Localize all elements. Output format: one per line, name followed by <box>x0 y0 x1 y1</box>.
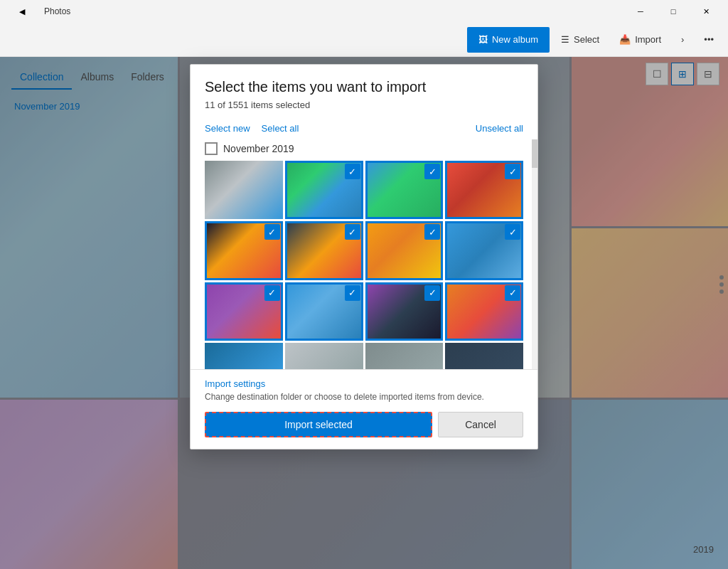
photo-cell-1[interactable] <box>205 161 283 219</box>
photo-cell-12[interactable]: ✓ <box>445 282 523 341</box>
minimize-button[interactable]: ─ <box>624 0 657 23</box>
minimize-icon: ─ <box>638 7 643 16</box>
import-settings-section: Import settings Change destination folde… <box>191 369 537 405</box>
check-badge-9: ✓ <box>264 285 280 301</box>
photo-inner-1 <box>205 161 283 219</box>
chevron-button[interactable]: › <box>673 27 692 53</box>
check-badge-6: ✓ <box>345 224 360 240</box>
photo-cell-9[interactable]: ✓ <box>205 282 283 341</box>
title-bar: ◀ Photos ─ □ ✕ <box>0 0 728 23</box>
partial-row <box>191 341 537 369</box>
partial-photo-1 <box>205 343 283 369</box>
dialog-scrollbar[interactable] <box>532 139 537 369</box>
check-badge-10: ✓ <box>345 285 360 301</box>
back-icon: ◀ <box>19 7 25 16</box>
select-icon: ☰ <box>561 34 569 45</box>
photo-cell-2[interactable]: ✓ <box>285 161 363 219</box>
more-icon: ••• <box>704 34 714 45</box>
chevron-right-icon: › <box>681 34 684 45</box>
import-settings-link[interactable]: Import settings <box>205 378 265 389</box>
photo-cell-10[interactable]: ✓ <box>285 282 363 341</box>
check-badge-2: ✓ <box>345 164 360 179</box>
new-album-icon: 🖼 <box>478 34 488 45</box>
dialog-scrollbar-thumb[interactable] <box>532 139 537 168</box>
window-controls: ─ □ ✕ <box>624 0 722 23</box>
toolbar: 🖼 New album ☰ Select 📥 Import › ••• <box>0 23 728 57</box>
maximize-button[interactable]: □ <box>657 0 690 23</box>
new-album-label: New album <box>492 34 538 45</box>
month-checkbox-row: November 2019 <box>191 139 537 161</box>
check-badge-5: ✓ <box>264 224 280 240</box>
dialog-title: Select the items you want to import <box>205 79 523 95</box>
partial-photo-4 <box>445 343 523 369</box>
import-selected-button[interactable]: Import selected <box>205 412 432 437</box>
import-button[interactable]: 📥 Import <box>611 27 670 53</box>
select-label: Select <box>574 34 599 45</box>
close-button[interactable]: ✕ <box>690 0 722 23</box>
partial-photo-3 <box>365 343 444 369</box>
dialog-footer: Import selected Cancel <box>191 405 537 449</box>
check-badge-8: ✓ <box>505 224 520 240</box>
modal-overlay: Select the items you want to import 11 o… <box>0 57 728 569</box>
app-title: Photos <box>44 6 70 16</box>
title-bar-left: ◀ Photos <box>6 0 70 23</box>
month-label: November 2019 <box>223 143 294 154</box>
select-button[interactable]: ☰ Select <box>552 27 608 53</box>
dialog-actions-left: Select new Select all <box>205 123 299 134</box>
check-badge-12: ✓ <box>505 285 520 301</box>
photo-grid: ✓✓✓✓✓✓✓✓✓✓✓ <box>191 161 537 341</box>
import-label: Import <box>635 34 661 45</box>
month-checkbox[interactable] <box>205 142 218 155</box>
photo-cell-8[interactable]: ✓ <box>445 221 523 280</box>
check-badge-11: ✓ <box>424 285 440 301</box>
photo-cell-5[interactable]: ✓ <box>205 221 283 280</box>
check-badge-7: ✓ <box>424 224 440 240</box>
check-badge-4: ✓ <box>505 164 520 179</box>
dialog-subtitle: 11 of 1551 items selected <box>205 100 523 110</box>
more-button[interactable]: ••• <box>695 27 722 53</box>
photo-cell-4[interactable]: ✓ <box>445 161 523 219</box>
photo-cell-3[interactable]: ✓ <box>365 161 444 219</box>
close-icon: ✕ <box>703 7 710 16</box>
photo-cell-11[interactable]: ✓ <box>365 282 444 341</box>
dialog-scroll-container[interactable]: November 2019 ✓✓✓✓✓✓✓✓✓✓✓ <box>191 139 537 369</box>
select-new-link[interactable]: Select new <box>205 123 250 134</box>
import-icon: 📥 <box>619 34 631 45</box>
import-dialog: Select the items you want to import 11 o… <box>190 64 538 450</box>
unselect-all-link[interactable]: Unselect all <box>476 123 523 134</box>
select-all-link[interactable]: Select all <box>262 123 299 134</box>
dialog-actions-row: Select new Select all Unselect all <box>191 123 537 139</box>
new-album-button[interactable]: 🖼 New album <box>467 27 550 53</box>
photo-cell-6[interactable]: ✓ <box>285 221 363 280</box>
dialog-header: Select the items you want to import 11 o… <box>191 65 537 123</box>
photo-cell-7[interactable]: ✓ <box>365 221 444 280</box>
partial-photo-2 <box>285 343 363 369</box>
back-button[interactable]: ◀ <box>6 0 38 23</box>
cancel-button[interactable]: Cancel <box>438 412 523 437</box>
maximize-icon: □ <box>671 7 676 16</box>
import-settings-desc: Change destination folder or choose to d… <box>205 392 523 402</box>
check-badge-3: ✓ <box>424 164 440 179</box>
